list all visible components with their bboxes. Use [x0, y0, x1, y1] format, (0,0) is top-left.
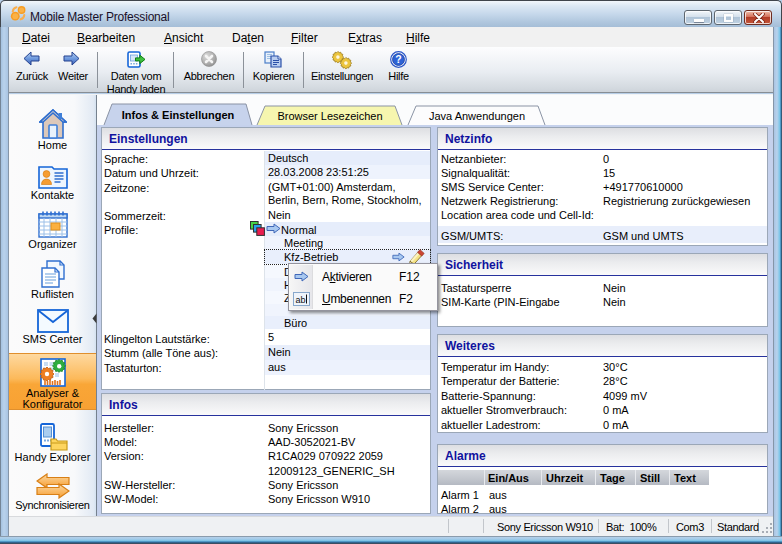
svg-text:ab: ab	[295, 295, 305, 305]
svg-text:?: ?	[395, 53, 401, 65]
